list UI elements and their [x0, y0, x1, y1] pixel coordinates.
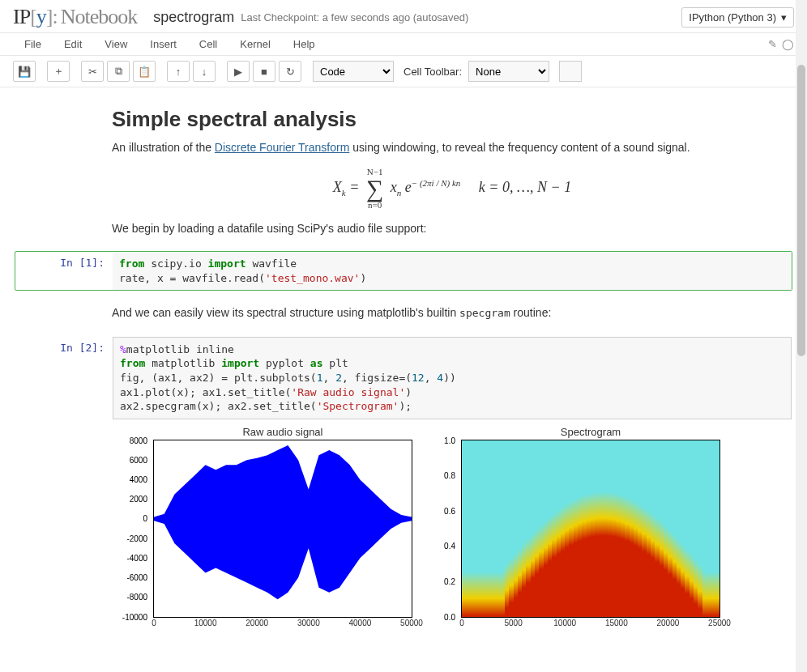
logo-bracket-r: ]:	[46, 5, 58, 28]
cut-button[interactable]: ✂	[81, 61, 104, 82]
restart-button[interactable]: ↻	[279, 61, 301, 82]
toolbar: 💾 ＋ ✂ ⧉ 📋 ↑ ↓ ▶ ■ ↻ Code Cell Toolbar: N…	[0, 56, 807, 87]
caret-down-icon: ▾	[781, 11, 787, 23]
checkpoint-status: Last Checkpoint: a few seconds ago (auto…	[241, 11, 468, 23]
celltoolbar-select[interactable]: None	[468, 61, 549, 82]
code-cell[interactable]: In [2]: %matplotlib inline from matplotl…	[15, 336, 792, 619]
intro-pre: An illustration of the	[112, 141, 215, 154]
copy-button[interactable]: ⧉	[107, 61, 130, 82]
scroll-thumb[interactable]	[797, 65, 805, 356]
input-prompt: In [1]:	[15, 252, 113, 290]
toolbar-blank	[559, 61, 582, 82]
logo-bracket-l: [	[30, 5, 36, 28]
arrow-up-icon: ↑	[176, 66, 181, 78]
refresh-icon: ↻	[286, 66, 295, 78]
menu-cell[interactable]: Cell	[188, 35, 228, 53]
menu-help[interactable]: Help	[282, 35, 327, 53]
prompt-empty	[15, 297, 112, 330]
plot-spectrogram: Spectrogram 0.00.20.40.60.81.0 050001000…	[461, 426, 720, 618]
pencil-icon[interactable]: ✎	[768, 38, 777, 50]
logo-y: y	[36, 5, 46, 28]
markdown-cell[interactable]: And we can easily view its spectral stru…	[15, 297, 792, 330]
plot-axes: -10000-8000-6000-4000-200002000400060008…	[153, 440, 412, 618]
plot-title: Spectrogram	[461, 426, 720, 438]
document-title[interactable]: spectrogram	[153, 9, 234, 26]
celltype-select[interactable]: Code	[313, 61, 394, 82]
plot-waveform: Raw audio signal -10000-8000-6000-4000-2…	[153, 426, 412, 618]
paste-icon: 📋	[138, 66, 151, 78]
save-button[interactable]: 💾	[13, 61, 36, 82]
move-up-button[interactable]: ↑	[167, 61, 190, 82]
menu-edit[interactable]: Edit	[53, 35, 93, 53]
menubar: File Edit View Insert Cell Kernel Help ✎…	[0, 33, 807, 56]
menu-view[interactable]: View	[93, 35, 139, 53]
code-input[interactable]: %matplotlib inline from matplotlib impor…	[113, 337, 792, 419]
markdown-cell[interactable]: Simple spectral analysis An illustration…	[15, 97, 792, 245]
plot-axes: 0.00.20.40.60.81.0 050001000015000200002…	[461, 440, 720, 618]
code-cell[interactable]: In [1]: from scipy.io import wavfile rat…	[15, 251, 792, 291]
paste-button[interactable]: 📋	[133, 61, 156, 82]
run-button[interactable]: ▶	[227, 61, 250, 82]
menu-insert[interactable]: Insert	[139, 35, 188, 53]
lead2: We begin by loading a datafile using Sci…	[112, 221, 792, 237]
kernel-name: IPython (Python 3)	[689, 11, 776, 23]
play-icon: ▶	[234, 66, 242, 78]
md2-post: routine:	[510, 306, 552, 319]
logo-notebook: Notebook	[61, 5, 138, 28]
logo[interactable]: IP[y]:Notebook	[13, 5, 137, 29]
notebook-area[interactable]: Simple spectral analysis An illustration…	[0, 87, 807, 672]
prompt-empty	[15, 97, 112, 245]
scissors-icon: ✂	[88, 66, 97, 78]
md2-paragraph: And we can easily view its spectral stru…	[112, 305, 792, 321]
celltoolbar-label: Cell Toolbar:	[404, 66, 462, 78]
md2-code: specgram	[459, 307, 510, 319]
intro-link[interactable]: Discrete Fourier Transform	[215, 141, 349, 154]
kernel-idle-icon: ◯	[782, 38, 794, 50]
intro-post: using windowing, to reveal the frequency…	[349, 141, 690, 154]
md2-pre: And we can easily view its spectral stru…	[112, 306, 459, 319]
move-down-button[interactable]: ↓	[193, 61, 216, 82]
insert-cell-button[interactable]: ＋	[47, 61, 70, 82]
kernel-selector[interactable]: IPython (Python 3) ▾	[681, 7, 794, 28]
menu-kernel[interactable]: Kernel	[228, 35, 282, 53]
menu-file[interactable]: File	[13, 35, 53, 53]
stop-icon: ■	[261, 66, 267, 78]
intro-paragraph: An illustration of the Discrete Fourier …	[112, 140, 792, 156]
input-prompt: In [2]:	[15, 337, 113, 618]
logo-ip: IP	[13, 5, 30, 28]
save-icon: 💾	[18, 66, 31, 78]
plus-icon: ＋	[53, 64, 64, 79]
scrollbar[interactable]	[796, 0, 807, 672]
plot-title: Raw audio signal	[153, 426, 412, 438]
formula: Xk = N−1∑n=0 xn e− (2πi / N) kn k = 0, ……	[112, 168, 792, 210]
header: IP[y]:Notebook spectrogram Last Checkpoi…	[0, 0, 807, 33]
heading: Simple spectral analysis	[112, 107, 792, 132]
interrupt-button[interactable]: ■	[253, 61, 275, 82]
output-plots: Raw audio signal -10000-8000-6000-4000-2…	[113, 426, 792, 618]
arrow-down-icon: ↓	[202, 66, 207, 78]
copy-icon: ⧉	[115, 65, 122, 78]
code-input[interactable]: from scipy.io import wavfile rate, x = w…	[113, 252, 792, 290]
